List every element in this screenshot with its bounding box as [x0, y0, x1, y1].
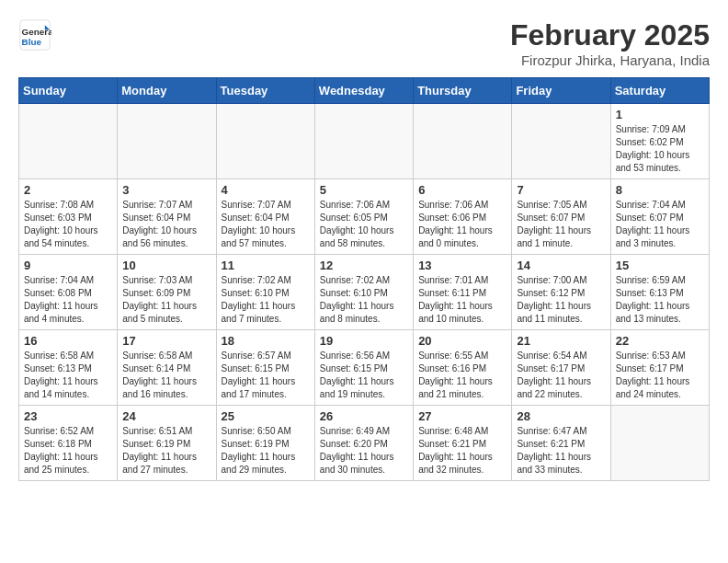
day-number: 1: [616, 108, 704, 121]
calendar-cell: 21Sunrise: 6:54 AM Sunset: 6:17 PM Dayli…: [512, 330, 610, 406]
column-header-wednesday: Wednesday: [314, 78, 413, 104]
day-info: Sunrise: 6:47 AM Sunset: 6:21 PM Dayligh…: [517, 425, 605, 477]
calendar-cell: 18Sunrise: 6:57 AM Sunset: 6:15 PM Dayli…: [216, 330, 314, 406]
day-number: 9: [24, 259, 112, 272]
day-info: Sunrise: 6:49 AM Sunset: 6:20 PM Dayligh…: [320, 425, 408, 477]
day-number: 18: [222, 334, 310, 348]
page-header: General Blue February 2025 Firozpur Jhir…: [18, 18, 710, 68]
day-number: 8: [616, 183, 704, 197]
logo-icon: General Blue: [18, 18, 51, 52]
calendar-cell: [414, 104, 512, 179]
day-number: 22: [616, 334, 704, 348]
calendar-cell: 12Sunrise: 7:02 AM Sunset: 6:10 PM Dayli…: [314, 255, 413, 330]
calendar-cell: 6Sunrise: 7:06 AM Sunset: 6:06 PM Daylig…: [414, 179, 512, 255]
day-number: 26: [320, 409, 408, 423]
day-number: 17: [122, 334, 210, 348]
calendar-cell: 17Sunrise: 6:58 AM Sunset: 6:14 PM Dayli…: [118, 330, 216, 406]
day-number: 4: [222, 183, 310, 197]
day-info: Sunrise: 7:08 AM Sunset: 6:03 PM Dayligh…: [24, 199, 112, 250]
day-info: Sunrise: 6:54 AM Sunset: 6:17 PM Dayligh…: [517, 350, 605, 401]
calendar-cell: 25Sunrise: 6:50 AM Sunset: 6:19 PM Dayli…: [216, 406, 314, 481]
day-info: Sunrise: 6:50 AM Sunset: 6:19 PM Dayligh…: [222, 425, 310, 477]
day-info: Sunrise: 7:03 AM Sunset: 6:09 PM Dayligh…: [122, 274, 210, 326]
day-info: Sunrise: 6:52 AM Sunset: 6:18 PM Dayligh…: [24, 425, 112, 477]
calendar-week-row: 2Sunrise: 7:08 AM Sunset: 6:03 PM Daylig…: [19, 179, 710, 255]
logo: General Blue: [18, 18, 55, 52]
calendar-cell: 28Sunrise: 6:47 AM Sunset: 6:21 PM Dayli…: [512, 406, 610, 481]
calendar-cell: 1Sunrise: 7:09 AM Sunset: 6:02 PM Daylig…: [610, 104, 709, 179]
day-number: 25: [222, 409, 310, 423]
calendar-cell: 23Sunrise: 6:52 AM Sunset: 6:18 PM Dayli…: [19, 406, 118, 481]
day-info: Sunrise: 7:05 AM Sunset: 6:07 PM Dayligh…: [517, 199, 605, 250]
day-number: 6: [418, 183, 506, 197]
day-number: 11: [222, 259, 310, 272]
day-info: Sunrise: 7:02 AM Sunset: 6:10 PM Dayligh…: [222, 274, 310, 326]
day-number: 20: [418, 334, 506, 348]
day-info: Sunrise: 6:58 AM Sunset: 6:13 PM Dayligh…: [24, 350, 112, 401]
calendar-cell: [314, 104, 413, 179]
calendar-cell: 2Sunrise: 7:08 AM Sunset: 6:03 PM Daylig…: [19, 179, 118, 255]
day-info: Sunrise: 7:01 AM Sunset: 6:11 PM Dayligh…: [418, 274, 506, 326]
calendar-cell: 22Sunrise: 6:53 AM Sunset: 6:17 PM Dayli…: [610, 330, 709, 406]
calendar-cell: 8Sunrise: 7:04 AM Sunset: 6:07 PM Daylig…: [610, 179, 709, 255]
day-info: Sunrise: 6:59 AM Sunset: 6:13 PM Dayligh…: [616, 274, 704, 326]
day-info: Sunrise: 6:51 AM Sunset: 6:19 PM Dayligh…: [122, 425, 210, 477]
day-number: 12: [320, 259, 408, 272]
day-info: Sunrise: 7:06 AM Sunset: 6:05 PM Dayligh…: [320, 199, 408, 250]
day-info: Sunrise: 6:55 AM Sunset: 6:16 PM Dayligh…: [418, 350, 506, 401]
day-info: Sunrise: 6:48 AM Sunset: 6:21 PM Dayligh…: [418, 425, 506, 477]
calendar-cell: 14Sunrise: 7:00 AM Sunset: 6:12 PM Dayli…: [512, 255, 610, 330]
day-info: Sunrise: 7:06 AM Sunset: 6:06 PM Dayligh…: [418, 199, 506, 250]
calendar-week-row: 9Sunrise: 7:04 AM Sunset: 6:08 PM Daylig…: [19, 255, 710, 330]
column-header-friday: Friday: [512, 78, 610, 104]
day-number: 23: [24, 409, 112, 423]
svg-text:Blue: Blue: [22, 37, 42, 47]
day-info: Sunrise: 7:02 AM Sunset: 6:10 PM Dayligh…: [320, 274, 408, 326]
day-number: 2: [24, 183, 112, 197]
day-info: Sunrise: 7:07 AM Sunset: 6:04 PM Dayligh…: [122, 199, 210, 250]
day-number: 10: [122, 259, 210, 272]
calendar-cell: 9Sunrise: 7:04 AM Sunset: 6:08 PM Daylig…: [19, 255, 118, 330]
day-number: 24: [122, 409, 210, 423]
day-number: 13: [418, 259, 506, 272]
calendar-cell: 26Sunrise: 6:49 AM Sunset: 6:20 PM Dayli…: [314, 406, 413, 481]
day-info: Sunrise: 7:09 AM Sunset: 6:02 PM Dayligh…: [616, 123, 704, 175]
calendar-cell: 20Sunrise: 6:55 AM Sunset: 6:16 PM Dayli…: [414, 330, 512, 406]
day-number: 16: [24, 334, 112, 348]
day-info: Sunrise: 7:04 AM Sunset: 6:07 PM Dayligh…: [616, 199, 704, 250]
day-info: Sunrise: 6:57 AM Sunset: 6:15 PM Dayligh…: [222, 350, 310, 401]
location-subtitle: Firozpur Jhirka, Haryana, India: [510, 52, 710, 68]
calendar-cell: 7Sunrise: 7:05 AM Sunset: 6:07 PM Daylig…: [512, 179, 610, 255]
day-number: 7: [517, 183, 605, 197]
calendar-cell: 4Sunrise: 7:07 AM Sunset: 6:04 PM Daylig…: [216, 179, 314, 255]
calendar-cell: 3Sunrise: 7:07 AM Sunset: 6:04 PM Daylig…: [118, 179, 216, 255]
day-number: 21: [517, 334, 605, 348]
calendar-cell: [610, 406, 709, 481]
day-info: Sunrise: 6:53 AM Sunset: 6:17 PM Dayligh…: [616, 350, 704, 401]
calendar-cell: 27Sunrise: 6:48 AM Sunset: 6:21 PM Dayli…: [414, 406, 512, 481]
day-info: Sunrise: 6:58 AM Sunset: 6:14 PM Dayligh…: [122, 350, 210, 401]
day-number: 28: [517, 409, 605, 423]
column-header-thursday: Thursday: [414, 78, 512, 104]
title-block: February 2025 Firozpur Jhirka, Haryana, …: [510, 18, 710, 68]
column-header-saturday: Saturday: [610, 78, 709, 104]
calendar-cell: [512, 104, 610, 179]
calendar-cell: 16Sunrise: 6:58 AM Sunset: 6:13 PM Dayli…: [19, 330, 118, 406]
day-number: 15: [616, 259, 704, 272]
column-header-sunday: Sunday: [19, 78, 118, 104]
day-number: 27: [418, 409, 506, 423]
calendar-cell: [118, 104, 216, 179]
calendar-cell: [19, 104, 118, 179]
month-title: February 2025: [510, 18, 710, 52]
calendar-cell: 11Sunrise: 7:02 AM Sunset: 6:10 PM Dayli…: [216, 255, 314, 330]
day-number: 19: [320, 334, 408, 348]
calendar-cell: 5Sunrise: 7:06 AM Sunset: 6:05 PM Daylig…: [314, 179, 413, 255]
day-info: Sunrise: 7:00 AM Sunset: 6:12 PM Dayligh…: [517, 274, 605, 326]
calendar-cell: 24Sunrise: 6:51 AM Sunset: 6:19 PM Dayli…: [118, 406, 216, 481]
calendar-cell: 10Sunrise: 7:03 AM Sunset: 6:09 PM Dayli…: [118, 255, 216, 330]
calendar-table: SundayMondayTuesdayWednesdayThursdayFrid…: [18, 77, 710, 481]
calendar-week-row: 1Sunrise: 7:09 AM Sunset: 6:02 PM Daylig…: [19, 104, 710, 179]
calendar-cell: 15Sunrise: 6:59 AM Sunset: 6:13 PM Dayli…: [610, 255, 709, 330]
calendar-cell: [216, 104, 314, 179]
day-number: 5: [320, 183, 408, 197]
